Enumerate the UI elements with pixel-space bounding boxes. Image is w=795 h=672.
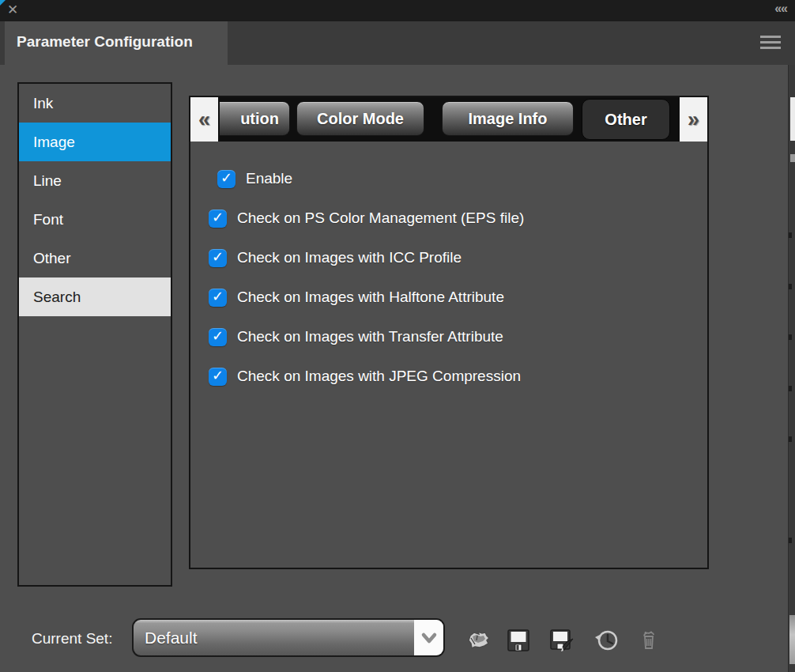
checkmark-icon: ✓	[220, 171, 232, 185]
chevron-right-icon: »	[688, 108, 699, 132]
sidebar-item-other[interactable]: Other	[19, 239, 171, 277]
current-set-label: Current Set:	[32, 630, 112, 647]
sidebar-item-image[interactable]: Image	[19, 123, 171, 161]
close-icon[interactable]: ✕	[7, 2, 18, 18]
tab-label: Image Info	[468, 110, 547, 128]
checkmark-icon: ✓	[212, 250, 224, 264]
delete-set-button[interactable]	[635, 626, 663, 655]
tab-image-info[interactable]: Image Info	[442, 101, 574, 136]
open-set-icon	[466, 629, 493, 652]
menu-bar	[760, 36, 781, 38]
checkbox-row: ✓ Check on Images with ICC Profile	[190, 238, 707, 277]
edge-tick	[789, 284, 792, 289]
tab-label: Other	[605, 111, 646, 129]
checkbox-row: ✓ Check on Images with JPEG Compression	[190, 357, 707, 396]
tab-resolution-truncated[interactable]: ution	[220, 101, 290, 136]
menu-bar	[760, 47, 781, 49]
chevron-down-icon	[420, 632, 438, 644]
checkmark-icon: ✓	[212, 329, 224, 343]
panel-menu-icon[interactable]	[760, 36, 781, 49]
save-as-set-button[interactable]	[548, 626, 577, 655]
checkbox-label: Check on PS Color Management (EPS file)	[237, 210, 524, 227]
checkbox-label: Enable	[246, 170, 292, 187]
menu-bar	[760, 41, 781, 43]
sidebar-item-search[interactable]: Search	[19, 277, 171, 316]
checkbox-label: Check on Images with ICC Profile	[237, 249, 462, 266]
checkbox-row: ✓ Check on PS Color Management (EPS file…	[190, 198, 707, 238]
edge-tick	[789, 538, 792, 543]
checkmark-icon: ✓	[212, 210, 224, 225]
sidebar-item-ink[interactable]: Ink	[19, 84, 171, 123]
dropdown-chevron-button[interactable]	[414, 620, 443, 655]
checkmark-icon: ✓	[212, 289, 224, 304]
edge-scroll-segment	[790, 97, 795, 141]
current-set-dropdown[interactable]: Default	[132, 618, 445, 657]
edge-tick	[789, 386, 792, 391]
checkbox-row: ✓ Check on Images with Halftone Attribut…	[190, 277, 707, 317]
collapse-panel-icon[interactable]: ««	[774, 2, 787, 16]
edge-tick	[789, 232, 792, 238]
tab-scroll-left-button[interactable]: «	[190, 97, 220, 142]
tab-label: Color Mode	[317, 110, 404, 128]
save-as-set-icon	[549, 628, 576, 653]
dock-edge-strip	[788, 65, 795, 672]
icc-profile-checkbox[interactable]: ✓	[209, 249, 227, 267]
parameter-configuration-panel: { "titlebar": { "close_glyph": "✕", "col…	[0, 0, 795, 672]
tab-other[interactable]: Other	[582, 99, 670, 140]
current-set-value: Default	[145, 620, 198, 655]
checkmark-icon: ✓	[212, 368, 224, 383]
sidebar-item-line[interactable]: Line	[19, 161, 171, 200]
edge-tick	[789, 436, 792, 442]
checkbox-row: ✓ Enable	[190, 159, 707, 198]
restore-history-button[interactable]	[593, 626, 621, 655]
checkbox-label: Check on Images with Transfer Attribute	[237, 328, 503, 345]
corner-artifact	[0, 0, 6, 6]
history-icon	[593, 628, 620, 653]
ps-color-management-checkbox[interactable]: ✓	[209, 210, 227, 228]
edge-bottom-segment	[789, 615, 795, 664]
transfer-attribute-checkbox[interactable]: ✓	[209, 328, 227, 346]
checkbox-row: ✓ Check on Images with Transfer Attribut…	[190, 317, 707, 357]
tab-color-mode[interactable]: Color Mode	[296, 101, 424, 136]
tab-scroll-right-button[interactable]: »	[678, 97, 707, 142]
tab-strip: « ution Color Mode Image Info Other »	[190, 97, 707, 142]
edge-marker	[790, 154, 795, 162]
delete-set-icon	[639, 629, 659, 651]
checkbox-list: ✓ Enable ✓ Check on PS Color Management …	[190, 142, 707, 396]
save-set-button[interactable]	[504, 626, 533, 655]
open-set-button[interactable]	[465, 626, 494, 655]
panel-tab-parameter-configuration[interactable]: Parameter Configuration	[5, 21, 228, 65]
panel-header-row: Parameter Configuration	[0, 21, 795, 65]
tab-label: ution	[240, 110, 279, 128]
enable-checkbox[interactable]: ✓	[217, 170, 235, 188]
sidebar-item-font[interactable]: Font	[19, 200, 171, 239]
save-set-icon	[506, 628, 531, 653]
halftone-attribute-checkbox[interactable]: ✓	[209, 289, 227, 307]
category-list: Ink Image Line Font Other Search	[17, 82, 172, 587]
settings-panel: « ution Color Mode Image Info Other » ✓ …	[189, 96, 709, 569]
jpeg-compression-checkbox[interactable]: ✓	[209, 368, 227, 386]
checkbox-label: Check on Images with JPEG Compression	[237, 368, 521, 385]
checkbox-label: Check on Images with Halftone Attribute	[237, 289, 504, 306]
chevron-left-icon: «	[198, 108, 210, 132]
window-titlebar: ✕ ««	[0, 0, 795, 21]
edge-tick	[789, 334, 792, 340]
page-title: Parameter Configuration	[5, 21, 228, 51]
